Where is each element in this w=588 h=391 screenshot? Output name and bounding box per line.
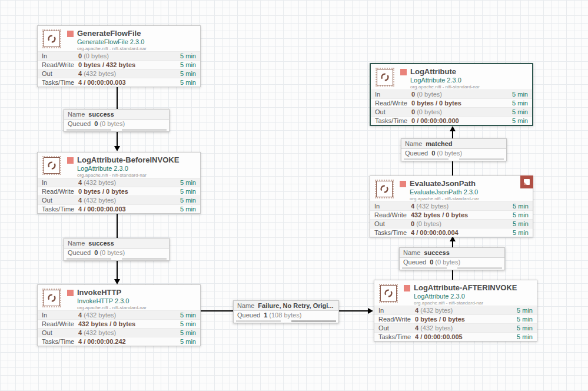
processor-type: InvokeHTTP 2.3.0 (77, 297, 197, 305)
connection-queued-row: Queued0 (0 bytes) (64, 248, 169, 257)
queued-count: 0 (430, 259, 433, 266)
backpressure-bars (400, 267, 504, 270)
queued-size: (0 bytes) (99, 120, 125, 127)
processor-name: InvokeHTTP (77, 289, 197, 297)
stat-row-tasks: Tasks/Time4 / 00:00:00.242 5 min (38, 337, 200, 346)
queued-key: Queued (403, 259, 426, 266)
queued-key: Queued (68, 120, 91, 127)
processor-stamp-icon (44, 31, 60, 47)
processor-evaluatejsonpath[interactable]: EvaluateJsonPath EvaluateJsonPath 2.3.0 … (370, 175, 533, 237)
queued-key: Queued (405, 150, 428, 157)
connection-label[interactable]: NameFailure, No Retry, Origi... Queued1 … (233, 300, 339, 323)
processor-logattribute[interactable]: LogAttribute LogAttribute 2.3.0 org.apac… (370, 63, 533, 126)
processor-generateflowfile[interactable]: GenerateFlowFile GenerateFlowFile 2.3.0 … (37, 25, 201, 87)
processor-stamp-icon (44, 290, 60, 306)
processor-stamp-icon (377, 69, 393, 85)
processor-bundle: org.apache.nifi - nifi-standard-nar (410, 196, 529, 201)
stat-row-in: In4 (432 bytes)5 min (38, 310, 200, 319)
processor-bundle: org.apache.nifi - nifi-standard-nar (77, 46, 197, 51)
backpressure-bars (401, 158, 506, 161)
processor-name: LogAttribute (410, 68, 529, 77)
processor-name: LogAttribute-AFTERINVOKE (414, 284, 533, 293)
queued-count: 0 (431, 150, 435, 157)
arrowhead-icon (114, 146, 120, 151)
connection-name-row: Namesuccess (64, 110, 169, 120)
processor-type: LogAttribute 2.3.0 (77, 165, 197, 173)
stat-row-readwrite: Read/Write432 bytes / 0 bytes 5 min (38, 319, 200, 328)
processor-type: GenerateFlowFile 2.3.0 (77, 38, 197, 46)
queued-size: (0 bytes) (437, 150, 462, 157)
connection-label[interactable]: Namesuccess Queued0 (0 bytes) (64, 238, 170, 261)
connection-name: success (424, 249, 449, 256)
processor-bundle: org.apache.nifi - nifi-standard-nar (410, 84, 529, 90)
connection-queued-row: Queued1 (108 bytes) (234, 311, 338, 320)
queued-size: (0 bytes) (435, 259, 460, 266)
stat-row-tasks: Tasks/Time4 / 00:00:00.005 5 min (374, 332, 537, 341)
name-key: Name (237, 302, 254, 309)
queued-size: (108 bytes) (269, 312, 301, 319)
stopped-state-icon (67, 31, 74, 37)
stat-row-readwrite: Read/Write0 bytes / 0 bytes 5 min (38, 187, 200, 196)
processor-name: LogAttribute-BeforeINVOKE (77, 156, 197, 165)
connection-name: Failure, No Retry, Origi... (258, 302, 333, 309)
processor-stats: In4 (432 bytes)5 min Read/Write432 bytes… (370, 201, 533, 237)
stat-row-readwrite: Read/Write0 bytes / 0 bytes 5 min (371, 98, 532, 107)
stat-row-out: Out0 (0 bytes)5 min (371, 107, 532, 116)
connection-label[interactable]: Namesuccess Queued0 (0 bytes) (399, 247, 505, 270)
stat-row-out: Out0 (0 bytes)5 min (370, 219, 533, 228)
stat-row-tasks: Tasks/Time4 / 00:00:00.004 5 min (370, 228, 533, 237)
processor-type: LogAttribute 2.3.0 (410, 77, 529, 84)
processor-stamp-icon (44, 157, 60, 174)
processor-stamp-icon (376, 181, 393, 197)
queued-key: Queued (237, 312, 260, 319)
connection-name: success (88, 240, 114, 247)
connection-label[interactable]: Namematched Queued0 (0 bytes) (401, 138, 507, 161)
backpressure-bars (64, 257, 169, 260)
stat-row-in: In0 (0 bytes)5 min (371, 90, 532, 98)
stopped-state-icon (404, 285, 410, 291)
connection-name-row: Namesuccess (400, 248, 504, 258)
stat-row-readwrite: Read/Write432 bytes / 0 bytes 5 min (370, 210, 533, 219)
connection-name: success (88, 111, 114, 118)
stat-row-out: Out4 (432 bytes)5 min (38, 196, 200, 204)
arrowhead-icon (114, 279, 120, 284)
queued-count: 0 (94, 120, 98, 127)
processor-bundle: org.apache.nifi - nifi-standard-nar (414, 300, 533, 306)
connection-name-row: NameFailure, No Retry, Origi... (234, 301, 338, 311)
stat-row-out: Out4 (432 bytes)5 min (38, 69, 200, 78)
processor-stamp-icon (380, 285, 397, 301)
queued-key: Queued (68, 249, 91, 256)
flow-canvas[interactable]: Namesuccess Queued0 (0 bytes) Namesucces… (0, 0, 588, 391)
arrowhead-icon (368, 308, 373, 314)
stat-row-tasks: Tasks/Time4 / 00:00:00.003 5 min (38, 204, 200, 213)
processor-logattribute-afterinvoke[interactable]: LogAttribute-AFTERINVOKE LogAttribute 2.… (374, 280, 537, 342)
stat-row-out: Out4 (432 bytes)5 min (38, 328, 200, 337)
queued-count: 1 (264, 312, 267, 319)
processor-stats: In4 (432 bytes)5 min Read/Write0 bytes /… (374, 306, 537, 341)
processor-bundle: org.apache.nifi - nifi-standard-nar (77, 305, 197, 310)
processor-invokehttp[interactable]: InvokeHTTP InvokeHTTP 2.3.0 org.apache.n… (37, 284, 201, 346)
stat-row-in: In4 (432 bytes)5 min (38, 178, 200, 187)
processor-stats: In0 (0 bytes)5 min Read/Write0 bytes / 0… (371, 90, 532, 125)
name-key: Name (403, 249, 420, 256)
stat-row-out: Out4 (432 bytes)5 min (374, 323, 537, 332)
connection-name-row: Namematched (401, 139, 506, 149)
stat-row-in: In4 (432 bytes)5 min (374, 306, 537, 314)
connection-label[interactable]: Namesuccess Queued0 (0 bytes) (64, 109, 170, 132)
stopped-state-icon (67, 290, 74, 296)
name-key: Name (405, 140, 422, 147)
processor-name: GenerateFlowFile (77, 29, 197, 38)
processor-stats: In0 (0 bytes)5 min Read/Write0 bytes / 4… (38, 51, 200, 87)
connection-name-row: Namesuccess (64, 238, 169, 248)
processor-logattribute-beforeinvoke[interactable]: LogAttribute-BeforeINVOKE LogAttribute 2… (37, 152, 201, 214)
queued-count: 0 (94, 249, 98, 256)
name-key: Name (68, 111, 85, 118)
stopped-state-icon (67, 157, 74, 164)
connection-name: matched (426, 140, 452, 147)
backpressure-bars (234, 320, 338, 323)
processor-type: EvaluateJsonPath 2.3.0 (410, 188, 529, 196)
queued-size: (0 bytes) (99, 249, 125, 256)
stat-row-in: In0 (0 bytes)5 min (38, 51, 200, 60)
processor-stats: In4 (432 bytes)5 min Read/Write432 bytes… (38, 310, 200, 346)
connection-queued-row: Queued0 (0 bytes) (64, 120, 169, 128)
